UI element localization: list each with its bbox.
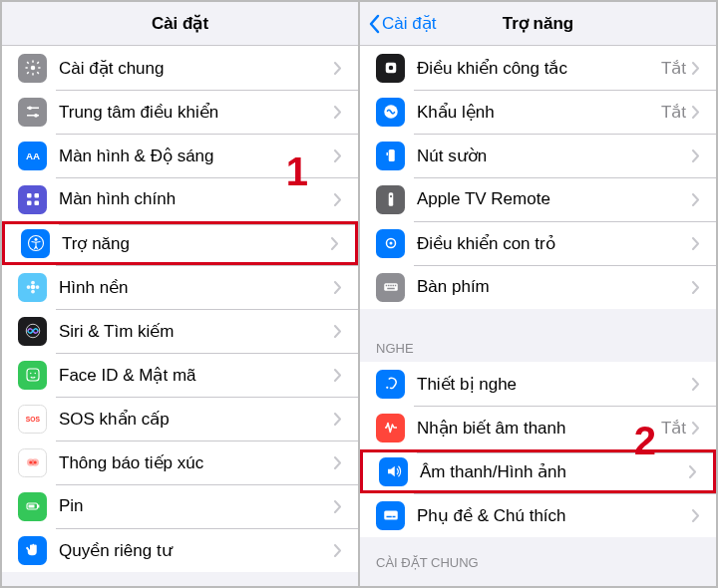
wallpaper-icon bbox=[18, 273, 47, 302]
row-label: Siri & Tìm kiếm bbox=[59, 321, 334, 342]
keyboard-icon bbox=[376, 273, 405, 302]
settings-row[interactable]: Nút sườn bbox=[360, 134, 716, 177]
chevron-right-icon bbox=[334, 325, 342, 338]
row-label: Bàn phím bbox=[417, 277, 692, 297]
annotation-1: 1 bbox=[286, 149, 308, 194]
row-label: Hình nền bbox=[59, 277, 334, 298]
settings-row[interactable]: Bàn phím bbox=[360, 265, 716, 309]
settings-row[interactable]: Quyền riêng tư bbox=[2, 528, 358, 572]
siri-icon bbox=[18, 317, 47, 346]
row-label: Nhận biết âm thanh bbox=[417, 418, 661, 439]
chevron-right-icon bbox=[692, 422, 700, 435]
svg-rect-40 bbox=[388, 285, 390, 287]
battery-icon bbox=[18, 492, 47, 521]
svg-point-3 bbox=[28, 106, 32, 110]
settings-row[interactable]: Hình nền bbox=[2, 265, 358, 309]
page-title: Trợ năng bbox=[503, 13, 573, 34]
chevron-right-icon bbox=[692, 149, 700, 162]
hearing-devices-icon bbox=[376, 370, 405, 399]
settings-row[interactable]: Điều khiển công tắcTắt bbox=[360, 46, 716, 90]
audio-visual-icon bbox=[379, 457, 408, 486]
section-header-general: CÀI ĐẶT CHUNG bbox=[360, 537, 716, 576]
chevron-right-icon bbox=[334, 413, 342, 426]
svg-point-12 bbox=[30, 285, 35, 290]
svg-rect-47 bbox=[386, 516, 391, 518]
settings-row[interactable]: Cài đặt chung bbox=[2, 46, 358, 90]
chevron-right-icon bbox=[334, 149, 342, 162]
svg-point-20 bbox=[34, 373, 36, 375]
chevron-right-icon bbox=[334, 369, 342, 382]
svg-rect-43 bbox=[394, 285, 396, 287]
gear-icon bbox=[18, 54, 47, 83]
svg-point-24 bbox=[29, 461, 32, 464]
page-title: Cài đặt bbox=[152, 13, 208, 34]
row-label: Trợ năng bbox=[62, 233, 331, 254]
svg-rect-34 bbox=[388, 192, 393, 206]
svg-point-4 bbox=[34, 114, 38, 118]
row-label: Pin bbox=[59, 496, 334, 516]
svg-point-14 bbox=[31, 290, 35, 294]
settings-row[interactable]: Face ID & Mật mã bbox=[2, 353, 358, 397]
row-label: SOS khẩn cấp bbox=[59, 409, 334, 430]
chevron-right-icon bbox=[689, 465, 697, 478]
svg-rect-18 bbox=[27, 369, 39, 381]
sound-recognition-icon bbox=[376, 414, 405, 442]
svg-point-45 bbox=[386, 387, 388, 389]
settings-row[interactable]: Siri & Tìm kiếm bbox=[2, 309, 358, 353]
svg-point-19 bbox=[30, 373, 32, 375]
chevron-right-icon bbox=[334, 544, 342, 557]
row-label: Apple TV Remote bbox=[417, 189, 692, 209]
settings-row[interactable]: Thiết bị nghe bbox=[360, 362, 716, 406]
settings-row[interactable]: Thông báo tiếp xúc bbox=[2, 441, 358, 484]
row-value: Tắt bbox=[661, 58, 686, 79]
nav-bar: Cài đặt bbox=[2, 2, 358, 46]
chevron-right-icon bbox=[334, 62, 342, 75]
settings-row[interactable]: Điều khiển con trỏ bbox=[360, 221, 716, 265]
svg-rect-48 bbox=[392, 516, 395, 518]
settings-row[interactable]: Trung tâm điều khiển bbox=[2, 90, 358, 134]
sos-icon: SOS bbox=[18, 405, 47, 434]
chevron-left-icon bbox=[368, 14, 380, 34]
row-label: Phụ đề & Chú thích bbox=[417, 505, 692, 526]
switch-control-icon bbox=[376, 54, 405, 83]
settings-row[interactable]: Nhận biết âm thanhTắt bbox=[360, 406, 716, 449]
chevron-right-icon bbox=[692, 378, 700, 391]
svg-rect-39 bbox=[385, 285, 387, 287]
svg-rect-32 bbox=[388, 149, 394, 161]
chevron-right-icon bbox=[334, 106, 342, 119]
chevron-right-icon bbox=[692, 62, 700, 75]
row-label: Nút sườn bbox=[417, 146, 692, 166]
settings-row[interactable]: Phụ đề & Chú thích bbox=[360, 493, 716, 537]
svg-point-25 bbox=[33, 461, 36, 464]
svg-point-35 bbox=[389, 195, 391, 197]
chevron-right-icon bbox=[334, 193, 342, 206]
settings-row[interactable]: Pin bbox=[2, 484, 358, 528]
settings-row[interactable]: Trợ năng bbox=[2, 221, 358, 265]
chevron-right-icon bbox=[692, 509, 700, 522]
row-label: Khẩu lệnh bbox=[417, 102, 661, 123]
svg-point-13 bbox=[31, 281, 35, 285]
back-button[interactable]: Cài đặt bbox=[368, 13, 436, 34]
row-label: Quyền riêng tư bbox=[59, 540, 334, 561]
settings-row[interactable]: Âm thanh/Hình ảnh bbox=[360, 449, 716, 493]
row-label: Điều khiển công tắc bbox=[417, 58, 661, 79]
svg-rect-28 bbox=[28, 505, 34, 508]
svg-rect-8 bbox=[27, 201, 32, 206]
settings-row[interactable]: Apple TV Remote bbox=[360, 177, 716, 221]
svg-rect-6 bbox=[27, 193, 32, 198]
pointer-icon bbox=[376, 229, 405, 258]
row-value: Tắt bbox=[661, 102, 686, 123]
svg-point-15 bbox=[26, 285, 30, 289]
exposure-icon bbox=[18, 448, 47, 477]
settings-row[interactable]: Khẩu lệnhTắt bbox=[360, 90, 716, 134]
svg-point-16 bbox=[35, 285, 39, 289]
row-label: Điều khiển con trỏ bbox=[417, 233, 692, 254]
remote-icon bbox=[376, 185, 405, 214]
aa-icon: AA bbox=[18, 142, 47, 170]
svg-rect-27 bbox=[37, 505, 39, 508]
settings-row[interactable]: SOSSOS khẩn cấp bbox=[2, 397, 358, 441]
side-button-icon bbox=[376, 142, 405, 170]
svg-rect-9 bbox=[34, 201, 39, 206]
section-header-hearing: NGHE bbox=[360, 327, 716, 362]
row-label: Trung tâm điều khiển bbox=[59, 102, 334, 123]
